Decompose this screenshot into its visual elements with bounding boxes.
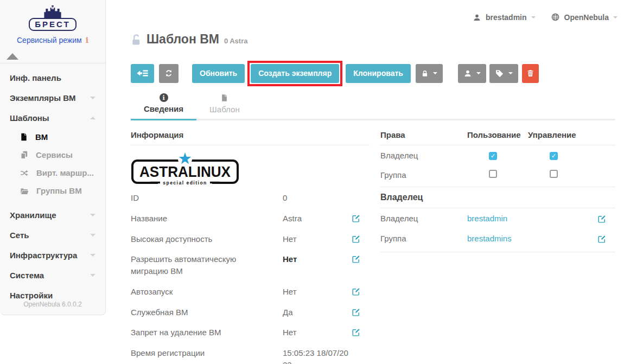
back-to-list-button[interactable] [131, 64, 154, 83]
row-value: Нет [283, 327, 350, 339]
version-label: OpenNebula 6.0.0.2 [0, 301, 105, 308]
user-name: brestadmin [486, 13, 526, 22]
chevron-down-icon [476, 72, 481, 76]
row-value: 0 [283, 192, 350, 204]
refresh-button[interactable] [159, 64, 179, 83]
instantiate-button[interactable]: Создать экземпляр [251, 64, 339, 83]
permissions-header: Права Пользование Управление [380, 130, 615, 145]
edit-auto-migration-button[interactable] [352, 254, 361, 264]
info-icon[interactable] [86, 36, 88, 44]
row-label: Высокая доступность [131, 233, 283, 245]
tab-bar: Сведения Шаблон [131, 91, 615, 120]
edit-group-button[interactable] [597, 234, 607, 244]
col-manage-header: Управление [528, 130, 589, 139]
group-use-checkbox[interactable] [489, 170, 497, 178]
sidebar-item-label: Вирт. маршр... [36, 168, 94, 177]
sidebar-item-templates-vrouters[interactable]: Вирт. маршр... [0, 164, 105, 182]
page-title: Шаблон ВМ 0Astra [131, 32, 247, 47]
zone-menu[interactable]: OpenNebula [551, 12, 617, 22]
cell [467, 170, 528, 180]
edit-autostart-button[interactable] [352, 287, 361, 296]
tab-label: Шаблон [209, 105, 240, 114]
info-row-autostart: Автозапуск Нет [131, 282, 370, 302]
sidebar-item-templates[interactable]: Шаблоны [0, 108, 105, 128]
edit-icon [352, 328, 361, 337]
cell [528, 150, 589, 160]
row-label: Запрет на удаление ВМ [131, 327, 283, 339]
sidebar-item-label: Экземпляры ВМ [10, 93, 76, 103]
labels-dropdown-button[interactable] [489, 64, 518, 83]
sidebar-item-storage[interactable]: Хранилище [0, 205, 105, 225]
chevron-down-icon [90, 234, 95, 239]
chevron-up-icon [90, 114, 95, 119]
edit-service-vm-button[interactable] [352, 308, 361, 317]
zone-name: OpenNebula [564, 13, 609, 22]
row-value: Astra [283, 213, 350, 225]
delete-button[interactable] [522, 64, 539, 83]
copy-icon [20, 150, 29, 159]
owner-link[interactable]: brestadmin [467, 214, 507, 223]
row-value: 15:05:23 18/07/2023 [283, 347, 350, 364]
sidebar-item-instances[interactable]: Экземпляры ВМ [0, 88, 105, 108]
resource-name: Astra [230, 37, 247, 45]
user-icon [463, 69, 472, 78]
row-label: Служебная ВМ [131, 306, 283, 318]
edit-ha-button[interactable] [352, 234, 361, 244]
tab-template[interactable]: Шаблон [196, 91, 253, 120]
sidebar-item-network[interactable]: Сеть [0, 225, 105, 245]
edit-owner-button[interactable] [597, 214, 607, 223]
sidebar-item-system[interactable]: Система [0, 265, 105, 285]
tab-info[interactable]: Сведения [131, 91, 196, 120]
brest-logo-text: БРЕСТ [29, 18, 76, 31]
edit-name-button[interactable] [352, 214, 361, 223]
ownership-dropdown-button[interactable] [458, 64, 486, 83]
chevron-down-icon [433, 72, 437, 76]
edit-icon [352, 234, 361, 244]
service-mode: Сервисный режим [0, 36, 105, 44]
page-title-text: Шаблон ВМ [147, 32, 219, 47]
owner-row: Владелец brestadmin [380, 208, 615, 228]
owner-use-checkbox[interactable] [489, 152, 497, 160]
permissions-heading: Права [380, 130, 467, 139]
row-label: Владелец [380, 151, 467, 160]
sidebar-item-infrastructure[interactable]: Инфраструктура [0, 245, 105, 265]
clone-button[interactable]: Клонировать [346, 64, 411, 83]
sidebar-item-templates-services[interactable]: Сервисы [0, 146, 105, 164]
sidebar-item-label: Хранилище [10, 210, 56, 220]
toolbar: Обновить Создать экземпляр Клонировать [131, 60, 539, 87]
sidebar-item-templates-vms[interactable]: ВМ [0, 128, 105, 146]
group-manage-checkbox[interactable] [550, 170, 558, 178]
file-icon [20, 132, 28, 142]
information-panel: Информация ASTRALINUX special edition ID… [131, 130, 370, 364]
chevron-down-icon [531, 16, 536, 21]
row-label: Группа [380, 234, 467, 243]
sidebar-item-templates-vmgroups[interactable]: Группы ВМ [0, 182, 105, 200]
back-list-icon [136, 68, 149, 78]
collapse-arrow-icon[interactable] [7, 53, 18, 60]
info-row-name: Название Astra [131, 208, 370, 229]
refresh-icon [164, 69, 173, 78]
row-value: Нет [283, 233, 350, 245]
row-label: Автозапуск [131, 286, 283, 298]
sidebar-item-dashboard[interactable]: Инф. панель [0, 68, 105, 88]
chevron-down-icon [613, 16, 617, 21]
file-icon [220, 93, 228, 103]
user-menu[interactable]: brestadmin [473, 13, 535, 22]
sidebar-item-label: Сеть [10, 231, 29, 240]
col-use-header: Пользование [467, 130, 528, 139]
edit-icon [352, 214, 361, 223]
update-button[interactable]: Обновить [192, 64, 245, 83]
permissions-panel: Права Пользование Управление Владелец Гр… [380, 130, 615, 252]
chevron-down-icon [90, 214, 95, 219]
lock-dropdown-button[interactable] [416, 64, 443, 83]
permissions-row-owner: Владелец [380, 145, 615, 165]
group-link[interactable]: brestadmins [467, 234, 512, 243]
edit-delete-protection-button[interactable] [352, 328, 361, 337]
owner-manage-checkbox[interactable] [550, 152, 558, 160]
row-label: Название [131, 213, 283, 225]
divider [380, 252, 615, 252]
cell [528, 170, 589, 180]
sidebar-item-label: Настройки [10, 291, 53, 300]
info-row-reg-time: Время регистрации 15:05:23 18/07/2023 [131, 343, 370, 364]
astralinux-logo: ASTRALINUX special edition [131, 152, 239, 186]
